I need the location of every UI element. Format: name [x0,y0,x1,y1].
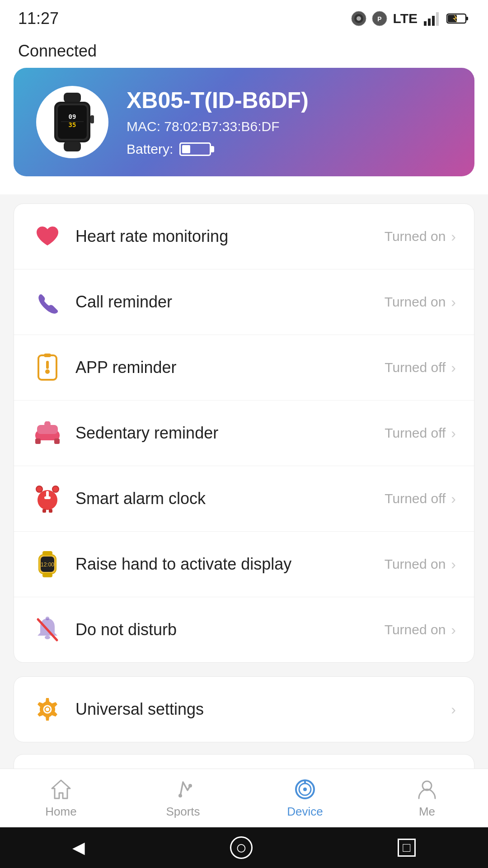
svg-rect-26 [35,439,41,444]
svg-rect-39 [42,551,52,556]
svg-rect-23 [46,361,49,369]
svg-text:35: 35 [69,121,76,128]
device-mac: MAC: 78:02:B7:33:B6:DF [127,119,309,134]
svg-point-42 [46,617,49,620]
device-battery: Battery: [127,142,309,157]
back-button[interactable]: ◀ [72,838,85,857]
gear-icon [32,694,63,725]
svg-rect-40 [42,573,52,577]
svg-rect-4 [424,21,427,26]
home-button[interactable]: ○ [230,836,253,859]
home-nav-label: Home [45,805,76,819]
svg-point-33 [52,486,59,492]
heart-rate-chevron: › [451,228,456,245]
svg-text:09: 09 [69,113,76,120]
settings-item-alarm[interactable]: Smart alarm clock Turned off › [14,466,474,532]
svg-rect-31 [44,496,51,499]
app-reminder-status: Turned off [385,360,446,375]
app2-icon: P [371,10,388,27]
sedentary-chevron: › [451,425,456,442]
svg-point-51 [188,784,192,788]
status-icons: P [351,10,388,27]
sports-nav-label: Sports [166,805,200,819]
svg-text:12:00: 12:00 [41,561,54,568]
device-card: 09 35 XB05-T(ID-B6DF) MAC: 78:02:B7:33:B… [14,68,474,176]
device-avatar: 09 35 [36,86,108,158]
svg-point-41 [45,636,50,639]
nav-item-device[interactable]: Device [244,773,366,823]
svg-text:P: P [377,15,381,23]
settings-item-raise-hand[interactable]: 12:00 Raise hand to activate display Tur… [14,532,474,597]
network-type: LTE [393,11,418,26]
battery-icon [179,142,211,156]
svg-point-22 [45,369,50,374]
connected-label: Connected [0,33,488,68]
system-nav-bar: ◀ ○ □ [0,827,488,868]
svg-rect-5 [428,19,431,26]
app-reminder-icon [32,352,63,383]
sedentary-label: Sedentary reminder [75,424,385,443]
call-reminder-status: Turned on [385,294,446,310]
svg-rect-11 [64,93,81,103]
svg-rect-19 [90,115,94,123]
raise-hand-status: Turned on [385,557,446,572]
svg-rect-6 [432,16,435,26]
svg-rect-27 [54,439,60,444]
svg-rect-18 [64,142,81,151]
device-name: XB05-T(ID-B6DF) [127,87,309,113]
universal-settings-chevron: › [451,701,456,718]
call-reminder-label: Call reminder [75,292,385,311]
universal-settings-item[interactable]: Universal settings › [14,677,474,742]
alarm-icon [32,483,63,514]
settings-item-app-reminder[interactable]: APP reminder Turned off › [14,335,474,401]
app-reminder-label: APP reminder [75,358,385,377]
svg-rect-35 [49,509,52,513]
app-reminder-chevron: › [451,359,456,376]
home-icon [49,778,73,801]
heart-rate-label: Heart rate monitoring [75,227,385,246]
universal-settings-card[interactable]: Universal settings › [14,676,474,742]
nav-item-sports[interactable]: Sports [122,773,244,823]
alarm-chevron: › [451,491,456,507]
universal-settings-label: Universal settings [75,700,451,719]
sports-icon [171,778,195,801]
app1-icon [351,10,367,27]
me-nav-label: Me [419,805,435,819]
device-icon [293,778,317,801]
heart-icon [32,221,63,252]
raise-hand-label: Raise hand to activate display [75,555,385,574]
signal-icon [423,10,441,27]
do-not-disturb-chevron: › [451,622,456,638]
nav-item-me[interactable]: Me [366,773,488,823]
svg-rect-21 [44,354,51,357]
alarm-status: Turned off [385,491,446,506]
device-info: XB05-T(ID-B6DF) MAC: 78:02:B7:33:B6:DF B… [127,87,309,157]
phone-icon [32,287,63,317]
call-reminder-chevron: › [451,294,456,311]
svg-point-32 [36,486,42,492]
svg-point-54 [303,788,307,791]
do-not-disturb-status: Turned on [385,622,446,637]
battery-status-icon [446,12,470,25]
nav-item-home[interactable]: Home [0,773,122,823]
sedentary-status: Turned off [385,425,446,441]
settings-list-card: Heart rate monitoring Turned on › Call r… [14,203,474,663]
raise-hand-icon: 12:00 [32,549,63,580]
svg-rect-9 [466,17,468,20]
svg-point-1 [357,16,361,21]
settings-item-sedentary[interactable]: Sedentary reminder Turned off › [14,401,474,466]
me-icon [415,778,439,801]
svg-point-47 [46,708,49,711]
settings-item-do-not-disturb[interactable]: Do not disturb Turned on › [14,597,474,662]
svg-rect-34 [42,509,46,513]
settings-item-heart-rate[interactable]: Heart rate monitoring Turned on › [14,204,474,269]
disturb-icon [32,614,63,645]
recents-button[interactable]: □ [398,839,416,857]
device-nav-label: Device [287,805,323,819]
sedentary-icon [32,418,63,448]
do-not-disturb-label: Do not disturb [75,620,385,639]
alarm-label: Smart alarm clock [75,489,385,508]
watch-image: 09 35 [47,93,97,151]
settings-item-call-reminder[interactable]: Call reminder Turned on › [14,269,474,335]
status-time: 11:27 [18,9,59,28]
